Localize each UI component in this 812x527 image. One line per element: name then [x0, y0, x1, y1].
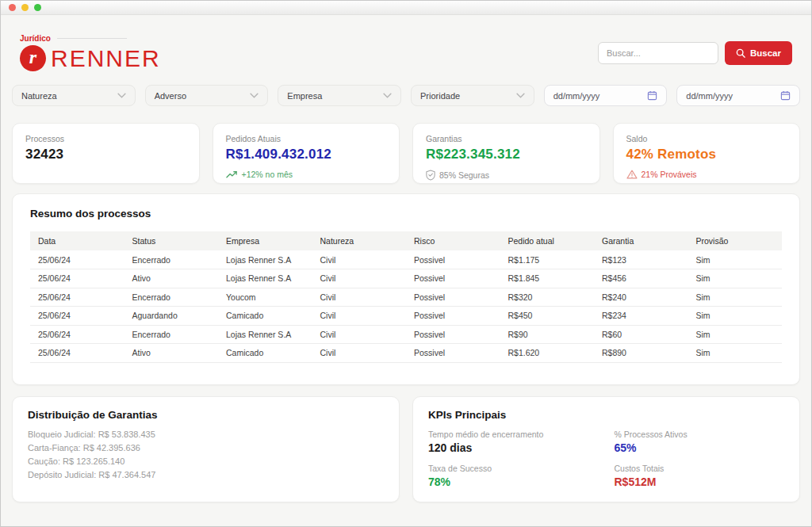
table-row[interactable]: 25/06/24 Ativo Lojas Renner S.A Civil Po… — [30, 269, 782, 288]
filter-prioridade[interactable]: Prioridade — [411, 85, 534, 106]
minimize-window-button[interactable] — [21, 4, 29, 11]
cell-status: Encerrado — [124, 288, 219, 307]
search-bar: Buscar — [598, 41, 792, 65]
cell-natureza: Civil — [312, 325, 407, 344]
cell-data: 25/06/24 — [30, 269, 124, 288]
filter-natureza[interactable]: Natureza — [12, 85, 136, 106]
kpi-sub-label: +12% no mês — [242, 170, 293, 179]
search-icon — [736, 48, 745, 58]
kpi-value: 32423 — [25, 147, 186, 162]
cell-risco: Possivel — [406, 344, 500, 363]
garantia-item-deposito-judicial: Depósito Judicial: R$ 47.364.547 — [28, 468, 384, 482]
table-row[interactable]: 25/06/24 Ativo Camicado Civil Possivel R… — [30, 344, 782, 363]
cell-empresa: Youcom — [218, 288, 312, 307]
kpi-mini-value: 120 dias — [428, 441, 599, 454]
search-button[interactable]: Buscar — [725, 41, 792, 65]
cell-provisao: Sim — [688, 344, 783, 363]
kpi-subtext: +12% no mês — [226, 170, 387, 179]
cell-garantia: R$123 — [594, 250, 688, 269]
cell-pedido-atual: R$1.620 — [500, 344, 595, 363]
cell-pedido-atual: R$90 — [500, 325, 595, 344]
cell-data: 25/06/24 — [30, 250, 124, 269]
filter-label: Empresa — [287, 91, 322, 101]
warning-triangle-icon — [626, 170, 638, 179]
renner-logo-icon: r — [20, 45, 46, 71]
kpi-value: R$223.345.312 — [426, 147, 587, 162]
kpi-value: 42% Remotos — [626, 147, 787, 162]
header: Jurídico r RENNER Buscar — [1, 15, 811, 71]
cell-provisao: Sim — [688, 325, 783, 344]
cell-empresa: Lojas Renner S.A — [218, 325, 312, 344]
kpi-processos-ativos: % Processos Ativos 65% — [615, 430, 785, 454]
kpi-tempo-medio: Tempo médio de encerramento 120 dias — [428, 430, 599, 454]
cell-garantia: R$890 — [594, 344, 688, 363]
table-row[interactable]: 25/06/24 Encerrado Youcom Civil Possivel… — [30, 288, 782, 307]
cell-provisao: Sim — [688, 269, 783, 288]
cell-status: Ativo — [124, 344, 219, 363]
cell-status: Ativo — [124, 269, 219, 288]
brand-divider — [57, 38, 127, 39]
calendar-icon — [647, 90, 657, 101]
filter-bar: Natureza Adverso Empresa Prioridade dd/m… — [1, 85, 811, 106]
kpi-card-saldo: Saldo 42% Remotos 21% Prováveis — [613, 123, 801, 184]
kpis-card-title: KPIs Principais — [428, 409, 784, 421]
column-header-natureza: Natureza — [312, 231, 407, 250]
date-placeholder: dd/mm/yyyy — [553, 91, 600, 101]
search-input[interactable] — [598, 42, 718, 64]
chevron-down-icon — [250, 93, 259, 98]
maximize-window-button[interactable] — [34, 4, 41, 11]
table-row[interactable]: 25/06/24 Encerrado Lojas Renner S.A Civi… — [30, 250, 782, 269]
filter-empresa[interactable]: Empresa — [278, 85, 401, 106]
processes-card: Resumo dos processos Data Status Empresa… — [12, 193, 800, 385]
bottom-cards: Distribuição de Garantias Bloqueio Judic… — [1, 396, 811, 502]
garantia-item-caucao: Caução: R$ 123.265.140 — [28, 455, 384, 468]
table-header: Data Status Empresa Natureza Risco Pedid… — [30, 231, 782, 250]
renner-monogram: r — [29, 48, 36, 67]
kpi-mini-label: % Processos Ativos — [615, 430, 785, 439]
filter-adverso[interactable]: Adverso — [145, 85, 269, 106]
garantia-item-bloqueio-judicial: Bloqueio Judicial: R$ 53.838.435 — [28, 428, 384, 441]
app-label: Jurídico — [20, 34, 51, 43]
garantias-distribution-card: Distribuição de Garantias Bloqueio Judic… — [12, 396, 400, 502]
cell-empresa: Lojas Renner S.A — [218, 269, 312, 288]
chevron-down-icon — [117, 93, 126, 98]
filter-date-start[interactable]: dd/mm/yyyy — [544, 85, 668, 106]
cell-natureza: Civil — [312, 269, 407, 288]
cell-empresa: Camicado — [218, 307, 312, 326]
cell-data: 25/06/24 — [30, 307, 124, 326]
kpi-mini-label: Custos Totais — [615, 464, 785, 473]
cell-provisao: Sim — [688, 307, 783, 326]
cell-data: 25/06/24 — [30, 325, 124, 344]
cell-provisao: Sim — [688, 250, 783, 269]
column-header-provisao: Provisão — [688, 231, 783, 250]
kpi-label: Processos — [25, 134, 186, 143]
kpi-label: Pedidos Atuais — [226, 134, 387, 143]
processes-table: Data Status Empresa Natureza Risco Pedid… — [30, 231, 782, 363]
cell-natureza: Civil — [312, 250, 407, 269]
close-window-button[interactable] — [9, 4, 16, 11]
filter-label: Prioridade — [420, 91, 460, 101]
kpi-taxa-sucesso: Taxa de Sucesso 78% — [428, 464, 599, 488]
renner-logo: r RENNER — [20, 45, 161, 71]
cell-provisao: Sim — [688, 288, 783, 307]
table-row[interactable]: 25/06/24 Aguardando Camicado Civil Possi… — [30, 307, 782, 326]
table-row[interactable]: 25/06/24 Encerrado Lojas Renner S.A Civi… — [30, 325, 782, 344]
cell-pedido-atual: R$1.845 — [500, 269, 595, 288]
kpi-value: R$1.409.432.012 — [226, 147, 387, 162]
cell-status: Aguardando — [124, 307, 219, 326]
cell-risco: Possivel — [406, 250, 500, 269]
filter-date-end[interactable]: dd/mm/yyyy — [676, 85, 800, 106]
column-header-status: Status — [124, 231, 219, 250]
cell-garantia: R$456 — [594, 269, 688, 288]
table-title: Resumo dos processos — [30, 208, 782, 220]
kpi-subtext: 85% Seguras — [426, 170, 587, 181]
kpi-mini-label: Taxa de Sucesso — [428, 464, 599, 473]
kpi-mini-label: Tempo médio de encerramento — [428, 430, 599, 439]
chevron-down-icon — [516, 93, 525, 98]
cell-natureza: Civil — [312, 288, 407, 307]
filter-label: Adverso — [155, 91, 186, 101]
cell-risco: Possivel — [406, 269, 500, 288]
kpis-principais-card: KPIs Principais Tempo médio de encerrame… — [412, 396, 800, 502]
trending-up-icon — [226, 170, 238, 178]
kpi-card-garantias: Garantias R$223.345.312 85% Seguras — [412, 123, 600, 184]
